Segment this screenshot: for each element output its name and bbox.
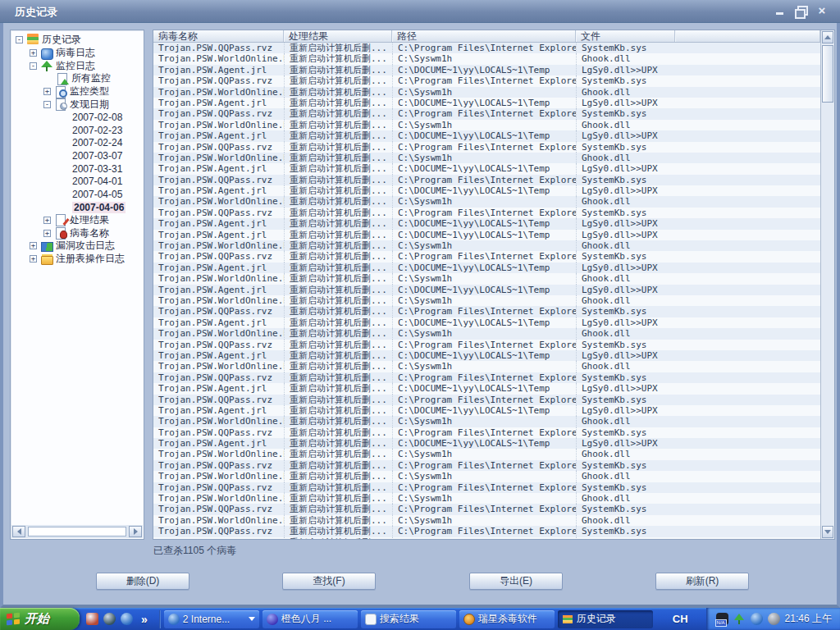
- close-button[interactable]: ×: [815, 5, 829, 17]
- expand-toggle-icon[interactable]: +: [30, 242, 37, 249]
- tree-item[interactable]: +处理结果: [11, 214, 144, 227]
- table-row[interactable]: Trojan.PSW.WorldOnline.bx重新启动计算机后删...C:\…: [153, 153, 820, 163]
- table-row[interactable]: Trojan.PSW.QQPass.rvz重新启动计算机后删...C:\Prog…: [153, 306, 820, 317]
- delete-button[interactable]: 删除(D): [96, 573, 189, 590]
- table-row[interactable]: Trojan.PSW.Agent.jrl重新启动计算机后删...C:\DOCUM…: [153, 218, 820, 229]
- expand-toggle-icon[interactable]: +: [43, 88, 51, 95]
- table-row[interactable]: Trojan.PSW.QQPass.rvz重新启动计算机后删...C:\Prog…: [153, 460, 820, 471]
- table-row[interactable]: Trojan.PSW.WorldOnline.bx重新启动计算机后删...C:\…: [153, 120, 820, 130]
- tree-item[interactable]: 2007-03-07: [11, 149, 144, 162]
- column-header-file[interactable]: 文件: [576, 30, 675, 42]
- scrollbar-track[interactable]: [28, 527, 126, 536]
- qq-na-icon[interactable]: [716, 613, 728, 625]
- tree-item[interactable]: -历史记录: [11, 34, 144, 47]
- taskbar-task-orange-august[interactable]: 橙色八月 ...: [262, 610, 358, 628]
- volume-icon[interactable]: [768, 613, 780, 625]
- table-row[interactable]: Trojan.PSW.WorldOnline.bx重新启动计算机后删...C:\…: [153, 87, 820, 98]
- tree-item[interactable]: 2007-02-23: [11, 124, 144, 137]
- find-button[interactable]: 查找(F): [282, 573, 376, 590]
- table-row[interactable]: Trojan.PSW.QQPass.rvz重新启动计算机后删...C:\Prog…: [153, 43, 820, 53]
- quicklaunch-messenger-icon[interactable]: [103, 613, 116, 625]
- taskbar-task-history-books[interactable]: 历史记录: [558, 610, 653, 628]
- tree-horizontal-scrollbar[interactable]: [11, 525, 143, 538]
- taskbar-task-rising-lion[interactable]: 瑞星杀毒软件: [459, 610, 555, 628]
- table-row[interactable]: Trojan.PSW.Agent.jrl重新启动计算机后删...C:\DOCUM…: [153, 405, 820, 416]
- expand-toggle-icon[interactable]: +: [30, 49, 37, 57]
- table-row[interactable]: Trojan.PSW.Agent.jrl重新启动计算机后删...C:\DOCUM…: [153, 130, 820, 141]
- tree-item[interactable]: 所有监控: [11, 72, 144, 85]
- table-row[interactable]: Trojan.PSW.QQPass.rvz重新启动计算机后删...C:\Prog…: [153, 208, 820, 218]
- ie-tray-icon[interactable]: [751, 613, 763, 625]
- titlebar[interactable]: 历史记录 ×: [0, 0, 840, 23]
- collapse-toggle-icon[interactable]: -: [30, 62, 37, 70]
- column-header-virus-name[interactable]: 病毒名称: [153, 30, 284, 42]
- table-row[interactable]: Trojan.PSW.QQPass.rvz重新启动计算机后删...C:\Prog…: [153, 372, 820, 383]
- table-row[interactable]: Trojan.PSW.Agent.jrl重新启动计算机后删...C:\DOCUM…: [153, 65, 820, 75]
- tree-item[interactable]: +病毒名称: [11, 226, 144, 240]
- tree-item[interactable]: +注册表操作日志: [11, 253, 144, 266]
- table-row[interactable]: Trojan.PSW.WorldOnline.bx重新启动计算机后删...C:\…: [153, 328, 820, 339]
- scroll-up-button[interactable]: [822, 31, 833, 43]
- tree-item[interactable]: 2007-04-05: [11, 188, 144, 201]
- table-row[interactable]: Trojan.PSW.Agent.jrl重新启动计算机后删...C:\DOCUM…: [153, 98, 820, 108]
- quicklaunch-ie-icon[interactable]: [121, 613, 133, 625]
- table-row[interactable]: Trojan.PSW.WorldOnline.bx重新启动计算机后删...C:\…: [153, 295, 820, 306]
- table-row[interactable]: Trojan.PSW.WorldOnline.bx重新启动计算机后删...C:\…: [153, 493, 820, 504]
- column-header-result[interactable]: 处理结果: [284, 30, 392, 42]
- table-row[interactable]: Trojan.PSW.Agent.jrl重新启动计算机后删...C:\DOCUM…: [153, 185, 820, 196]
- table-row[interactable]: Trojan.PSW.Agent.jrl重新启动计算机后删...C:\DOCUM…: [153, 163, 820, 174]
- taskbar-task-search-doc[interactable]: 搜索结果: [361, 610, 456, 628]
- language-indicator[interactable]: CH: [664, 613, 696, 625]
- table-row[interactable]: Trojan.PSW.QQPass.rvz重新启动计算机后删...C:\Prog…: [153, 108, 820, 119]
- tree-item[interactable]: 2007-03-31: [11, 162, 144, 176]
- table-row[interactable]: Trojan.PSW.QQPass.rvz重新启动计算机后删...C:\Prog…: [153, 504, 820, 514]
- tree-item[interactable]: -监控日志: [11, 59, 144, 72]
- column-header-path[interactable]: 路径: [392, 30, 576, 42]
- table-row[interactable]: Trojan.PSW.Agent.jrl重新启动计算机后删...C:\DOCUM…: [153, 383, 820, 394]
- table-row[interactable]: Trojan.PSW.QQPass.rvz重新启动计算机后删...C:\Prog…: [153, 75, 820, 86]
- table-row[interactable]: Trojan.PSW.Agent.jrl重新启动计算机后删...C:\DOCUM…: [153, 230, 820, 240]
- refresh-button[interactable]: 刷新(R): [655, 573, 749, 590]
- expand-toggle-icon[interactable]: +: [43, 217, 51, 224]
- table-row[interactable]: Trojan.PSW.WorldOnline.bx重新启动计算机后删...C:\…: [153, 537, 820, 539]
- table-vertical-scrollbar[interactable]: [820, 30, 834, 539]
- table-row[interactable]: Trojan.PSW.Agent.jrl重新启动计算机后删...C:\DOCUM…: [153, 317, 820, 328]
- table-row[interactable]: Trojan.PSW.QQPass.rvz重新启动计算机后删...C:\Prog…: [153, 427, 820, 438]
- table-row[interactable]: Trojan.PSW.QQPass.rvz重新启动计算机后删...C:\Prog…: [153, 340, 820, 350]
- collapse-toggle-icon[interactable]: -: [43, 101, 51, 108]
- collapse-toggle-icon[interactable]: -: [16, 36, 23, 43]
- table-row[interactable]: Trojan.PSW.Agent.jrl重新启动计算机后删...C:\DOCUM…: [153, 350, 820, 361]
- quicklaunch-browser-red-icon[interactable]: [86, 613, 98, 625]
- scroll-left-button[interactable]: [12, 526, 25, 537]
- table-row[interactable]: Trojan.PSW.WorldOnline.bx重新启动计算机后删...C:\…: [153, 196, 820, 207]
- table-row[interactable]: Trojan.PSW.QQPass.rvz重新启动计算机后删...C:\Prog…: [153, 251, 820, 262]
- table-row[interactable]: Trojan.PSW.QQPass.rvz重新启动计算机后删...C:\Prog…: [153, 142, 820, 153]
- table-row[interactable]: Trojan.PSW.Agent.jrl重新启动计算机后删...C:\DOCUM…: [153, 262, 820, 273]
- tree-item[interactable]: +监控类型: [11, 85, 144, 98]
- quicklaunch-overflow-chevron[interactable]: »: [138, 613, 151, 626]
- tree-item[interactable]: 2007-02-08: [11, 111, 144, 124]
- start-button[interactable]: 开始: [0, 608, 80, 630]
- table-row[interactable]: Trojan.PSW.WorldOnline.bx重新启动计算机后删...C:\…: [153, 273, 820, 284]
- table-row[interactable]: Trojan.PSW.WorldOnline.bx重新启动计算机后删...C:\…: [153, 449, 820, 459]
- table-row[interactable]: Trojan.PSW.QQPass.rvz重新启动计算机后删...C:\Prog…: [153, 482, 820, 493]
- expand-toggle-icon[interactable]: +: [30, 255, 37, 262]
- task-group-caret-icon[interactable]: [249, 617, 255, 621]
- table-row[interactable]: Trojan.PSW.Agent.jrl重新启动计算机后删...C:\DOCUM…: [153, 438, 820, 449]
- table-row[interactable]: Trojan.PSW.WorldOnline.bx重新启动计算机后删...C:\…: [153, 53, 820, 64]
- table-row[interactable]: Trojan.PSW.Agent.jrl重新启动计算机后删...C:\DOCUM…: [153, 285, 820, 295]
- restore-button[interactable]: [794, 5, 807, 17]
- minimize-button[interactable]: [773, 5, 786, 17]
- tree-item[interactable]: +病毒日志: [11, 47, 144, 60]
- tree-item[interactable]: +漏洞攻击日志: [11, 240, 144, 253]
- scrollbar-thumb[interactable]: [822, 45, 833, 103]
- taskbar-task-ie[interactable]: 2 Interne...: [164, 610, 259, 628]
- table-row[interactable]: Trojan.PSW.WorldOnline.bx重新启动计算机后删...C:\…: [153, 471, 820, 482]
- export-button[interactable]: 导出(E): [469, 573, 563, 590]
- tree-item[interactable]: -发现日期: [11, 98, 144, 111]
- tree-item[interactable]: 2007-04-01: [11, 176, 144, 189]
- table-row[interactable]: Trojan.PSW.WorldOnline.bx重新启动计算机后删...C:\…: [153, 416, 820, 427]
- table-row[interactable]: Trojan.PSW.QQPass.rvz重新启动计算机后删...C:\Prog…: [153, 526, 820, 536]
- scroll-down-button[interactable]: [822, 526, 833, 538]
- tree-item[interactable]: 2007-04-06: [11, 201, 144, 214]
